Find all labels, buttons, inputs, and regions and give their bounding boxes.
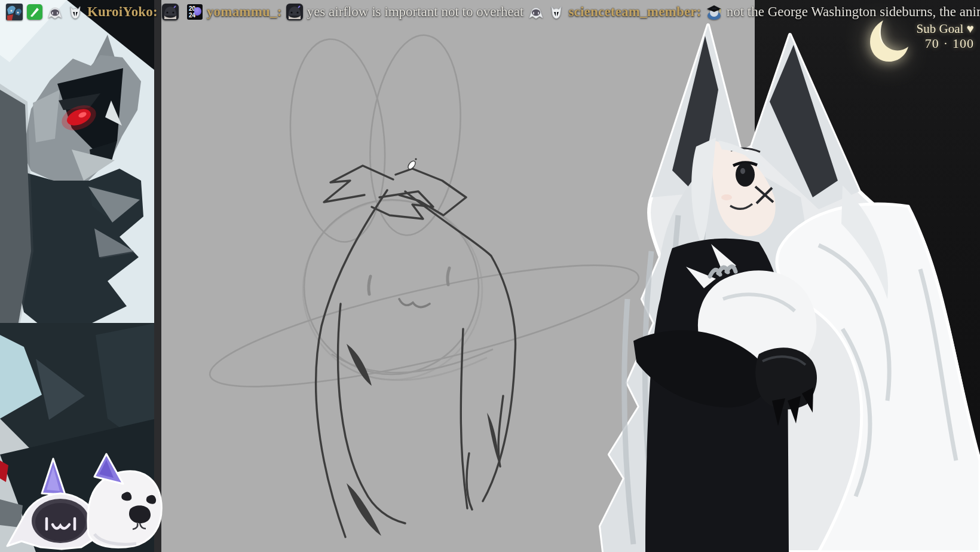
chat-message-text: yes airflow is important not to overheat xyxy=(307,4,524,20)
dark-fox-emote xyxy=(286,4,303,20)
crescent-moon-icon xyxy=(865,18,909,63)
eye xyxy=(736,163,755,187)
sub-goal-separator: · xyxy=(939,36,953,51)
sub-goal-current: 70 xyxy=(925,36,939,51)
chat-username: scienceteam_member: xyxy=(568,4,701,20)
sketch-dark-lines xyxy=(316,166,516,537)
badge-2024-sub: 20 24 xyxy=(187,4,203,20)
badge-2024-moon-blob xyxy=(194,7,201,16)
sketch-eyes xyxy=(369,268,449,294)
chat-message-text: not the George Washington sideburns, the… xyxy=(727,4,980,20)
anime-duo-emote xyxy=(6,4,23,20)
mascots xyxy=(5,432,171,552)
helmet-badge xyxy=(549,4,564,20)
sketch-mouth xyxy=(399,299,430,307)
robot-emote xyxy=(47,4,63,20)
stream-screen: KuroiYoko: 20 24 yomammu_: yes airflow i… xyxy=(0,0,980,552)
dark-fox-emote xyxy=(162,4,179,20)
chat-username: KuroiYoko: xyxy=(87,4,158,20)
helmet-badge xyxy=(68,4,83,20)
vtuber-fox-girl xyxy=(562,18,980,552)
sub-goal-progress: 70·100 xyxy=(909,36,974,51)
sword-sub-badge xyxy=(27,4,42,20)
robot-emote xyxy=(528,4,544,20)
sub-goal-target: 100 xyxy=(953,36,974,51)
chat-username: yomammu_: xyxy=(207,4,282,20)
sub-goal-widget: Sub Goal ♥ 70·100 xyxy=(865,18,974,66)
brush-pen-cursor xyxy=(406,157,419,171)
seal-mascot xyxy=(88,454,162,548)
sketch-hair-slivers xyxy=(347,344,500,536)
chat-overlay-bar: KuroiYoko: 20 24 yomammu_: yes airflow i… xyxy=(0,0,980,24)
grad-cap-emote xyxy=(706,4,722,20)
